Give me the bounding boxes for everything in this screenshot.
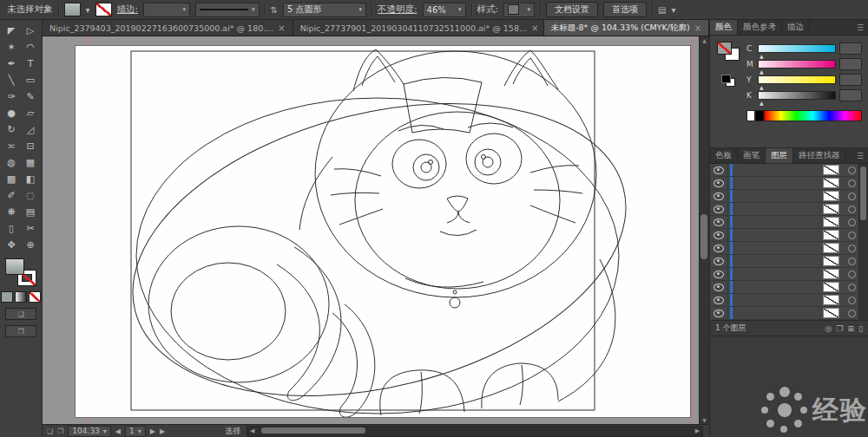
tab-pathfinder[interactable]: 路径查找器 (793, 148, 846, 163)
panel-options-icon[interactable]: ▤ (658, 5, 666, 15)
none-mode-button[interactable] (29, 291, 41, 303)
free-transform-tool[interactable]: ⊡ (21, 138, 40, 154)
opacity-link[interactable]: 不透明度: (378, 3, 418, 16)
layer-thumbnail[interactable] (823, 308, 839, 318)
tab-close-icon[interactable]: × (531, 23, 538, 33)
prev-artboard-icon[interactable]: ◀ (115, 427, 121, 435)
perspective-grid-tool[interactable]: ▦ (21, 154, 40, 171)
vertical-scroll-thumb[interactable] (700, 214, 707, 259)
next-artboard-icon[interactable]: ▶ (150, 427, 155, 435)
visibility-toggle[interactable] (710, 229, 728, 241)
target-circle-icon[interactable] (848, 297, 856, 304)
target-circle-icon[interactable] (848, 232, 856, 239)
zoom-dropdown[interactable]: 104.33 ▾ (68, 426, 111, 437)
visibility-toggle[interactable] (710, 281, 728, 293)
visibility-toggle[interactable] (710, 268, 728, 280)
layer-row[interactable] (710, 294, 868, 307)
layer-thumbnail[interactable] (823, 191, 839, 201)
layer-thumbnail[interactable] (823, 178, 839, 188)
shape-builder-tool[interactable]: ◍ (2, 154, 21, 171)
workspace-dropdown-icon[interactable]: ▾ (672, 5, 676, 15)
brush-spinner-icon[interactable]: ⇅ (271, 5, 278, 15)
horizontal-scrollbar[interactable]: ◀ ▶ (247, 426, 703, 437)
brush-definition-dropdown[interactable]: 5 点圆形▾ (283, 3, 366, 17)
target-circle-icon[interactable] (848, 166, 856, 174)
eyedropper-tool[interactable]: ✐ (2, 187, 21, 204)
visibility-toggle[interactable] (710, 177, 728, 189)
column-graph-tool[interactable]: ▤ (21, 204, 40, 220)
layers-scrollbar[interactable] (858, 164, 868, 320)
document-setup-button[interactable]: 文档设置 (546, 2, 598, 17)
cat-outline-drawing[interactable] (76, 46, 690, 417)
layer-thumbnail[interactable] (823, 269, 839, 279)
scroll-up-icon[interactable]: ▲ (700, 37, 709, 43)
width-tool[interactable]: ≍ (2, 138, 21, 154)
layer-thumbnail[interactable] (823, 256, 839, 266)
last-artboard-icon[interactable]: ▶ (160, 427, 165, 435)
layers-scroll-thumb[interactable] (860, 166, 866, 220)
fill-stroke-proxy[interactable] (4, 258, 37, 286)
tab-brushes[interactable]: 画笔 (738, 148, 766, 163)
gradient-tool[interactable]: ◧ (21, 171, 40, 187)
vertical-scrollbar[interactable]: ▲ ▼ (699, 36, 709, 424)
tab-close-icon[interactable]: × (278, 23, 285, 33)
opacity-dropdown[interactable]: 46%▾ (423, 3, 466, 17)
tab-layers[interactable]: 图层 (766, 148, 793, 163)
visibility-toggle[interactable] (710, 294, 728, 306)
mesh-tool[interactable]: ▩ (2, 171, 21, 187)
blob-brush-tool[interactable]: ● (2, 105, 21, 121)
fill-proxy-swatch[interactable] (5, 258, 24, 275)
blend-tool[interactable]: ◌ (21, 187, 40, 204)
document-tab-1[interactable]: Nipic_2379403_20190227163600735000.ai* @… (43, 20, 293, 36)
layer-row[interactable] (710, 307, 868, 320)
artboard-tool[interactable]: ▯ (2, 220, 21, 237)
default-colors-button[interactable] (721, 75, 735, 87)
selection-tool[interactable]: ◤ (2, 23, 21, 39)
target-circle-icon[interactable] (848, 205, 856, 213)
stroke-profile-dropdown[interactable]: ▾ (195, 3, 260, 17)
visibility-toggle[interactable] (710, 203, 728, 215)
symbol-sprayer-tool[interactable]: ❋ (2, 204, 21, 220)
scroll-right-icon[interactable]: ▶ (693, 427, 702, 436)
visibility-toggle[interactable] (710, 216, 728, 228)
artboard[interactable] (75, 45, 691, 418)
document-tab-2[interactable]: Nipic_27737901_20190304110732511000.ai* … (293, 20, 544, 36)
layer-thumbnail[interactable] (823, 282, 839, 292)
layer-row[interactable] (710, 190, 868, 203)
layer-row[interactable] (710, 268, 868, 281)
slice-tool[interactable]: ✂ (21, 220, 40, 237)
new-layer-icon[interactable]: ⊞ (848, 324, 855, 333)
screen-mode-button[interactable]: ❐ (5, 325, 36, 337)
visibility-toggle[interactable] (710, 242, 728, 254)
layer-thumbnail[interactable] (823, 230, 839, 240)
target-circle-icon[interactable] (848, 245, 856, 252)
black-spectrum-swatch[interactable] (755, 110, 764, 121)
stroke-width-dropdown[interactable]: ▾ (143, 3, 190, 17)
black-slider[interactable] (758, 91, 836, 100)
stroke-color-swatch[interactable] (95, 3, 112, 16)
hand-tool[interactable]: ✥ (2, 237, 21, 253)
layer-thumbnail[interactable] (823, 243, 839, 253)
status-doc-icon-2[interactable]: ❐ (57, 427, 63, 435)
delete-layer-icon[interactable]: ▯ (858, 324, 863, 333)
panel-menu-icon[interactable]: ☰ (852, 20, 868, 35)
canvas[interactable]: ▲ ▼ (43, 36, 709, 424)
pencil-tool[interactable]: ✎ (21, 88, 40, 105)
layer-thumbnail[interactable] (823, 165, 839, 175)
line-segment-tool[interactable]: ╲ (2, 72, 21, 88)
magic-wand-tool[interactable]: ✶ (2, 39, 21, 55)
new-sublayer-icon[interactable]: ❐ (836, 324, 843, 333)
yellow-value-field[interactable] (839, 74, 862, 86)
direct-selection-tool[interactable]: ▷ (21, 23, 40, 39)
make-clip-mask-icon[interactable]: ◎ (825, 324, 832, 333)
cyan-value-field[interactable] (839, 42, 862, 55)
magenta-slider[interactable] (758, 60, 836, 68)
scale-tool[interactable]: ◿ (21, 121, 40, 138)
gradient-mode-button[interactable] (15, 291, 27, 303)
color-mode-button[interactable] (1, 291, 13, 303)
visibility-toggle[interactable] (710, 255, 728, 267)
panel-fill-swatch[interactable] (717, 42, 732, 55)
layer-row[interactable] (710, 281, 868, 294)
visibility-toggle[interactable] (710, 307, 728, 319)
paintbrush-tool[interactable]: ✑ (2, 88, 21, 105)
